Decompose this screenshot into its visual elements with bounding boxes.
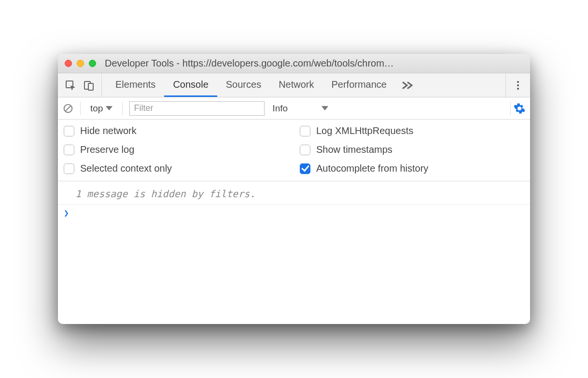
filter-input[interactable] [129, 101, 265, 116]
more-options-icon[interactable] [514, 81, 522, 90]
console-body: 1 message is hidden by filters. ❯ [58, 181, 530, 221]
svg-line-4 [66, 106, 71, 111]
tab-sources[interactable]: Sources [217, 73, 270, 97]
level-label: Info [272, 103, 288, 114]
console-options: Hide network Log XMLHttpRequests Preserv… [58, 120, 530, 181]
option-preserve-log[interactable]: Preserve log [64, 144, 288, 155]
context-label: top [90, 103, 103, 114]
zoom-window-button[interactable] [89, 60, 96, 67]
console-settings-icon[interactable] [514, 103, 525, 114]
option-label: Hide network [80, 125, 137, 136]
titlebar: Developer Tools - https://developers.goo… [58, 54, 530, 73]
option-label: Selected context only [80, 163, 172, 174]
console-prompt[interactable]: ❯ [58, 205, 530, 221]
option-log-xhr[interactable]: Log XMLHttpRequests [300, 125, 524, 136]
svg-rect-2 [88, 83, 93, 90]
inspect-element-icon[interactable] [65, 80, 76, 91]
checkbox[interactable] [300, 145, 310, 155]
option-selected-context[interactable]: Selected context only [64, 163, 288, 174]
log-level-select[interactable]: Info [268, 103, 332, 114]
separator [510, 102, 511, 115]
hidden-messages-notice: 1 message is hidden by filters. [58, 185, 530, 205]
checkbox[interactable] [300, 126, 310, 136]
prompt-chevron-icon: ❯ [64, 208, 69, 218]
checkbox[interactable] [300, 163, 310, 174]
option-show-timestamps[interactable]: Show timestamps [300, 144, 524, 155]
tab-performance[interactable]: Performance [323, 73, 396, 97]
main-tabbar: Elements Console Sources Network Perform… [58, 73, 530, 97]
context-select[interactable]: top [87, 103, 115, 114]
checkbox[interactable] [64, 145, 74, 155]
checkbox[interactable] [64, 163, 74, 174]
option-label: Preserve log [80, 144, 134, 155]
window-title: Developer Tools - https://developers.goo… [105, 58, 523, 69]
tab-network[interactable]: Network [270, 73, 322, 97]
option-label: Log XMLHttpRequests [316, 125, 413, 136]
checkbox[interactable] [64, 126, 74, 136]
toolbar-right [505, 73, 530, 97]
option-label: Show timestamps [316, 144, 392, 155]
tab-console[interactable]: Console [164, 73, 217, 97]
minimize-window-button[interactable] [77, 60, 84, 67]
close-window-button[interactable] [65, 60, 72, 67]
tab-elements[interactable]: Elements [107, 73, 164, 97]
option-hide-network[interactable]: Hide network [64, 125, 288, 136]
dropdown-icon [322, 106, 328, 110]
tabs: Elements Console Sources Network Perform… [102, 73, 420, 97]
window-controls [65, 60, 96, 67]
dropdown-icon [106, 106, 112, 110]
tabs-overflow-icon[interactable] [395, 73, 420, 97]
clear-console-icon[interactable] [63, 103, 73, 114]
option-label: Autocomplete from history [316, 163, 428, 174]
console-filterbar: top Info [58, 97, 530, 120]
device-toolbar-icon[interactable] [83, 80, 95, 91]
devtools-window: Developer Tools - https://developers.goo… [58, 54, 530, 324]
separator [122, 102, 123, 115]
option-autocomplete-history[interactable]: Autocomplete from history [300, 163, 524, 174]
toolbar-left [58, 73, 102, 97]
separator [80, 102, 81, 115]
